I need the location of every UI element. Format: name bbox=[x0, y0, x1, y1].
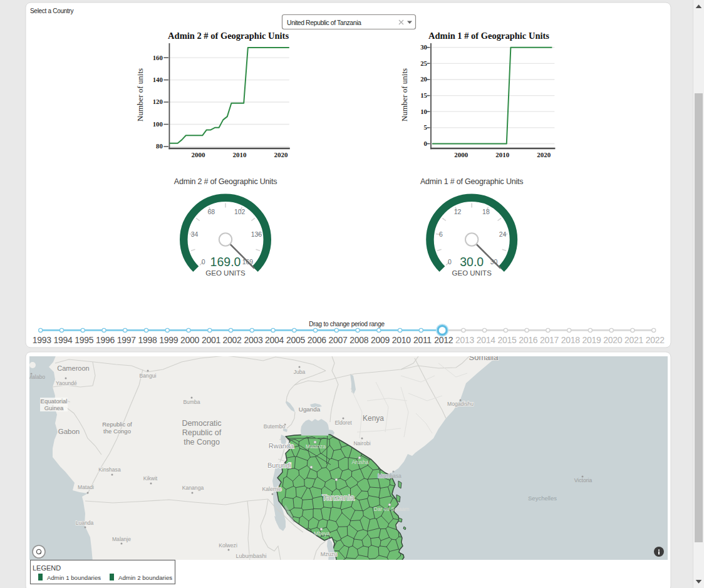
svg-text:Admin 1 # of Geographic Units: Admin 1 # of Geographic Units bbox=[428, 31, 549, 41]
svg-text:Kolwezi: Kolwezi bbox=[219, 542, 237, 549]
svg-text:18: 18 bbox=[482, 208, 490, 215]
svg-text:Butembo: Butembo bbox=[264, 423, 286, 430]
svg-text:6: 6 bbox=[439, 230, 443, 238]
svg-text:20: 20 bbox=[420, 75, 427, 83]
svg-text:Malabo: Malabo bbox=[28, 374, 45, 380]
svg-text:2019: 2019 bbox=[582, 335, 601, 345]
svg-text:Burundi: Burundi bbox=[267, 462, 291, 469]
svg-text:Guinea: Guinea bbox=[44, 405, 64, 411]
svg-text:1996: 1996 bbox=[96, 335, 115, 345]
svg-text:0: 0 bbox=[202, 258, 205, 266]
svg-text:United Republic of Tanzania: United Republic of Tanzania bbox=[287, 19, 361, 26]
svg-text:Mbeya: Mbeya bbox=[314, 530, 330, 537]
svg-text:34: 34 bbox=[191, 230, 199, 238]
svg-text:the Congo: the Congo bbox=[184, 438, 220, 446]
svg-text:2000: 2000 bbox=[180, 335, 199, 345]
svg-text:0: 0 bbox=[448, 258, 452, 266]
svg-text:2013: 2013 bbox=[455, 335, 474, 345]
svg-text:2010: 2010 bbox=[392, 335, 411, 345]
svg-text:2020: 2020 bbox=[537, 151, 551, 158]
svg-text:Cameroon: Cameroon bbox=[57, 364, 89, 372]
svg-text:2020: 2020 bbox=[603, 335, 622, 345]
svg-text:Bumba: Bumba bbox=[183, 399, 200, 405]
svg-text:Arusha: Arusha bbox=[351, 459, 368, 465]
svg-text:68: 68 bbox=[207, 208, 215, 215]
svg-text:Nairobi: Nairobi bbox=[353, 440, 370, 446]
svg-text:Mogadishu: Mogadishu bbox=[447, 401, 474, 407]
svg-text:the Congo: the Congo bbox=[103, 428, 131, 435]
svg-text:Mwanza: Mwanza bbox=[306, 443, 326, 450]
svg-text:2014: 2014 bbox=[477, 335, 495, 345]
svg-text:Malanje: Malanje bbox=[112, 536, 131, 542]
svg-text:Dar es Salaam: Dar es Salaam bbox=[374, 506, 410, 512]
svg-text:Admin 2 # of Geographic Units: Admin 2 # of Geographic Units bbox=[168, 31, 289, 41]
svg-text:160: 160 bbox=[153, 54, 163, 61]
svg-text:Kananga: Kananga bbox=[182, 485, 204, 491]
svg-text:Kenya: Kenya bbox=[363, 414, 384, 423]
svg-text:Admin 2 boundaries: Admin 2 boundaries bbox=[118, 574, 172, 581]
svg-text:2001: 2001 bbox=[202, 335, 220, 345]
svg-text:120: 120 bbox=[153, 98, 163, 105]
svg-text:GEO UNITS: GEO UNITS bbox=[452, 269, 492, 277]
svg-text:Yaoundé: Yaoundé bbox=[56, 380, 77, 386]
svg-text:80: 80 bbox=[156, 142, 163, 150]
svg-text:1997: 1997 bbox=[117, 335, 136, 345]
svg-text:Democratic: Democratic bbox=[182, 419, 221, 428]
svg-text:Tanzania: Tanzania bbox=[322, 493, 355, 502]
svg-text:Kalemie: Kalemie bbox=[262, 486, 281, 492]
svg-text:Mombasa: Mombasa bbox=[378, 473, 401, 479]
svg-text:24: 24 bbox=[499, 230, 507, 238]
svg-text:30: 30 bbox=[420, 43, 427, 51]
svg-text:GEO UNITS: GEO UNITS bbox=[205, 269, 246, 277]
svg-text:2018: 2018 bbox=[561, 335, 580, 345]
svg-text:2003: 2003 bbox=[244, 335, 262, 345]
svg-text:2004: 2004 bbox=[265, 335, 284, 345]
svg-text:2020: 2020 bbox=[274, 151, 289, 158]
svg-text:2011: 2011 bbox=[413, 335, 432, 345]
svg-text:2005: 2005 bbox=[286, 335, 305, 345]
svg-text:2006: 2006 bbox=[308, 335, 326, 345]
svg-text:2000: 2000 bbox=[454, 151, 468, 158]
svg-text:Rwanda: Rwanda bbox=[269, 442, 294, 450]
svg-text:Admin 2 # of Geographic Units: Admin 2 # of Geographic Units bbox=[174, 177, 277, 186]
svg-text:Mzuzu: Mzuzu bbox=[321, 551, 338, 557]
svg-text:LEGEND: LEGEND bbox=[33, 564, 61, 572]
svg-text:25: 25 bbox=[420, 59, 427, 67]
svg-text:102: 102 bbox=[234, 208, 246, 215]
svg-text:Number of units: Number of units bbox=[135, 68, 145, 121]
svg-text:2015: 2015 bbox=[498, 335, 517, 345]
svg-text:Uganda: Uganda bbox=[299, 406, 321, 413]
svg-text:2000: 2000 bbox=[192, 151, 206, 158]
svg-text:2022: 2022 bbox=[646, 335, 665, 345]
svg-text:1993: 1993 bbox=[33, 335, 51, 345]
svg-text:30.0: 30.0 bbox=[460, 255, 484, 269]
svg-text:0: 0 bbox=[424, 140, 427, 147]
svg-text:Kinshasa: Kinshasa bbox=[98, 467, 121, 473]
svg-text:2017: 2017 bbox=[540, 335, 559, 345]
svg-text:1995: 1995 bbox=[75, 335, 93, 345]
svg-text:Equatorial: Equatorial bbox=[41, 398, 68, 405]
svg-text:2007: 2007 bbox=[328, 335, 347, 345]
svg-text:Republic of: Republic of bbox=[182, 428, 222, 437]
svg-text:Victoria: Victoria bbox=[574, 477, 593, 483]
svg-text:1999: 1999 bbox=[159, 335, 178, 345]
svg-text:Admin 1 # of Geographic Units: Admin 1 # of Geographic Units bbox=[420, 177, 523, 186]
svg-text:Seychelles: Seychelles bbox=[528, 495, 557, 502]
svg-text:2002: 2002 bbox=[223, 335, 242, 345]
svg-text:2010: 2010 bbox=[233, 151, 247, 158]
svg-text:1994: 1994 bbox=[54, 335, 73, 345]
svg-text:140: 140 bbox=[153, 76, 163, 83]
svg-text:Select a Country: Select a Country bbox=[30, 8, 73, 14]
svg-text:1998: 1998 bbox=[138, 335, 157, 345]
svg-text:10: 10 bbox=[420, 108, 427, 115]
svg-text:5: 5 bbox=[424, 123, 427, 131]
svg-text:2009: 2009 bbox=[371, 335, 390, 345]
svg-text:Luanda: Luanda bbox=[76, 520, 94, 526]
svg-text:2021: 2021 bbox=[624, 335, 643, 345]
svg-text:Republic of: Republic of bbox=[102, 421, 132, 428]
svg-text:136: 136 bbox=[251, 230, 262, 238]
svg-text:12: 12 bbox=[454, 208, 462, 215]
svg-text:Kikwit: Kikwit bbox=[143, 475, 158, 482]
svg-text:2012: 2012 bbox=[434, 335, 453, 345]
svg-text:2008: 2008 bbox=[349, 335, 368, 345]
